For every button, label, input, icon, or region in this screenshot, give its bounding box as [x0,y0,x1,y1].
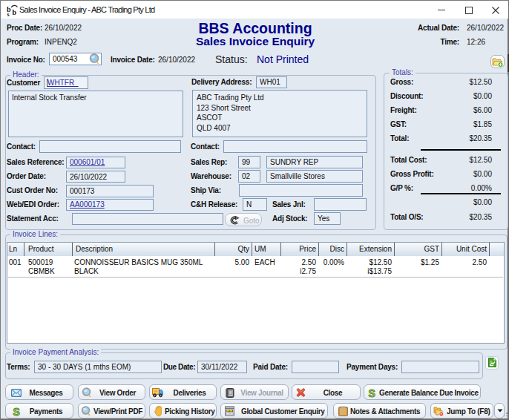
svg-text:s: s [7,11,10,16]
svg-text:b: b [13,8,17,16]
svg-text:S: S [369,387,375,398]
svg-text:S: S [13,406,20,417]
